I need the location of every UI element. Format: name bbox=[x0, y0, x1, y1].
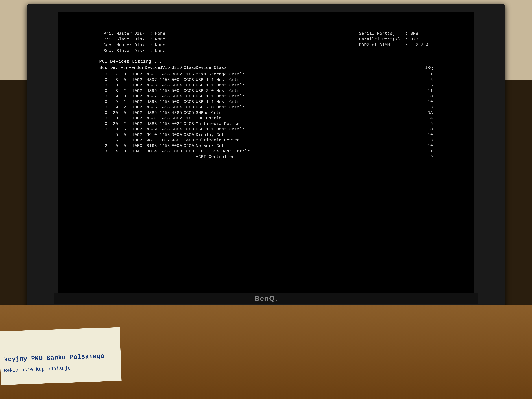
cell-ssid: A022 bbox=[172, 121, 184, 126]
cell-class: 0106 bbox=[184, 72, 196, 77]
cell-device-class: Multimedia Device bbox=[196, 121, 425, 126]
cell-ssid: D000 bbox=[172, 132, 184, 137]
cell-fun: 0 bbox=[121, 94, 129, 99]
cell-svid: 1458 bbox=[159, 132, 172, 137]
header-vendor: Vendor bbox=[129, 65, 145, 70]
cell-bus: 0 bbox=[99, 94, 110, 99]
cell-ssid: 5004 bbox=[172, 105, 184, 110]
header-dev: Dev bbox=[110, 65, 121, 70]
header-irq: IRQ bbox=[425, 65, 433, 70]
cell-device-class: USB 1.1 Host Cntrlr bbox=[196, 94, 425, 99]
cell-fun: 0 bbox=[121, 110, 129, 115]
pci-devices-title: PCI Devices Listing ... bbox=[99, 59, 433, 64]
cell-vendor: 1002 bbox=[129, 116, 145, 121]
cell-bus: 3 bbox=[99, 149, 110, 154]
header-fun: Fun bbox=[121, 65, 129, 70]
header-class: Class bbox=[184, 65, 196, 70]
cell-irq: 5 bbox=[425, 83, 433, 88]
cell-dev: 20 bbox=[110, 110, 121, 115]
cell-class: 0C03 bbox=[184, 88, 196, 93]
screen-bezel: Pri. Master Disk : None Pri. Slave Disk … bbox=[58, 12, 474, 294]
cell-svid: 1458 bbox=[159, 127, 172, 132]
cell-ssid: 5002 bbox=[172, 116, 184, 121]
cell-vendor: 1002 bbox=[129, 127, 145, 132]
cell-class bbox=[184, 154, 196, 159]
cell-device: 4399 bbox=[145, 127, 159, 132]
cell-bus: 0 bbox=[99, 121, 110, 126]
cell-class: 0101 bbox=[184, 116, 196, 121]
cell-device-class: USB 1.1 Host Cntrlr bbox=[196, 77, 425, 82]
cell-irq: 10 bbox=[425, 99, 433, 104]
cell-device: 4397 bbox=[145, 77, 159, 82]
cell-fun: 0 bbox=[121, 132, 129, 137]
system-info-box: Pri. Master Disk : None Pri. Slave Disk … bbox=[99, 28, 433, 56]
header-device: Device bbox=[145, 65, 159, 70]
cell-svid: 1458 bbox=[159, 77, 172, 82]
cell-device-class: USB 2.0 Host Cntrlr bbox=[196, 105, 425, 110]
cell-bus bbox=[99, 154, 110, 159]
cell-vendor: 1002 bbox=[129, 99, 145, 104]
cell-device-class: Display Cntrlr bbox=[196, 132, 425, 137]
cell-svid: 1458 bbox=[159, 143, 172, 148]
cell-svid: 1458 bbox=[159, 121, 172, 126]
cell-ssid: 960F bbox=[172, 138, 184, 143]
cell-bus: 0 bbox=[99, 88, 110, 93]
cell-irq: 3 bbox=[425, 105, 433, 110]
cell-vendor: 1002 bbox=[129, 94, 145, 99]
cell-svid: 1458 bbox=[159, 110, 172, 115]
cell-bus: 0 bbox=[99, 116, 110, 121]
cell-device: 9610 bbox=[145, 132, 159, 137]
cell-irq: 14 bbox=[425, 116, 433, 121]
cell-fun: 1 bbox=[121, 83, 129, 88]
cell-vendor: 1002 bbox=[129, 121, 145, 126]
cell-ssid: 1000 bbox=[172, 149, 184, 154]
parallel-ports: Parallel Port(s) : 378 bbox=[359, 37, 429, 42]
table-row: 0 19 0 1002 4397 1458 5004 0C03 USB 1.1 … bbox=[99, 94, 433, 99]
cell-fun: 0 bbox=[121, 149, 129, 154]
cell-dev: 19 bbox=[110, 105, 121, 110]
cell-device: 4396 bbox=[145, 105, 159, 110]
cell-vendor: 1002 bbox=[129, 132, 145, 137]
cell-vendor: 1002 bbox=[129, 77, 145, 82]
cell-irq: 5 bbox=[425, 77, 433, 82]
cell-class: 0C03 bbox=[184, 94, 196, 99]
benq-logo: BenQ. bbox=[254, 294, 278, 303]
cell-device: 4398 bbox=[145, 99, 159, 104]
cell-ssid: 5004 bbox=[172, 127, 184, 132]
cell-device: 8024 bbox=[145, 149, 159, 154]
ddr2-dimm: DDR2 at DIMM : 1 2 3 4 bbox=[359, 43, 429, 48]
table-row: 1 5 0 1002 9610 1458 D000 0300 Display C… bbox=[99, 132, 433, 138]
serial-ports: Serial Port(s) : 3F8 bbox=[359, 31, 429, 36]
cell-svid: 1458 bbox=[159, 83, 172, 88]
cell-dev: 19 bbox=[110, 99, 121, 104]
cell-fun: 1 bbox=[121, 99, 129, 104]
table-row: 2 0 0 10EC 8168 1458 E000 0200 Network C… bbox=[99, 143, 433, 149]
cell-class: 0C03 bbox=[184, 99, 196, 104]
monitor-casing: Pri. Master Disk : None Pri. Slave Disk … bbox=[27, 4, 505, 352]
cell-vendor: 1002 bbox=[129, 72, 145, 77]
table-row: 0 20 5 1002 4399 1458 5004 0C03 USB 1.1 … bbox=[99, 127, 433, 132]
cell-irq: NA bbox=[425, 110, 433, 115]
cell-bus: 0 bbox=[99, 110, 110, 115]
cell-fun: 2 bbox=[121, 121, 129, 126]
cell-ssid: B002 bbox=[172, 72, 184, 77]
cell-vendor: 1002 bbox=[129, 88, 145, 93]
cell-dev: 0 bbox=[110, 143, 121, 148]
sec-slave-disk: Sec. Slave Disk : None bbox=[103, 48, 165, 53]
cell-class: 0C03 bbox=[184, 83, 196, 88]
cell-class: 0403 bbox=[184, 138, 196, 143]
cell-ssid: 4385 bbox=[172, 110, 184, 115]
cell-ssid: 5004 bbox=[172, 88, 184, 93]
cell-class: 0300 bbox=[184, 132, 196, 137]
cell-irq: 5 bbox=[425, 121, 433, 126]
cell-ssid: 5004 bbox=[172, 94, 184, 99]
table-row: 0 20 1 1002 439C 1458 5002 0101 IDE Cntr… bbox=[99, 116, 433, 121]
cell-svid: 1458 bbox=[159, 72, 172, 77]
header-bus: Bus bbox=[99, 65, 110, 70]
table-row: ACPI Controller 9 bbox=[99, 154, 433, 159]
cell-irq: 10 bbox=[425, 127, 433, 132]
cell-bus: 0 bbox=[99, 99, 110, 104]
table-row: 3 14 0 104C 8024 1458 1000 0C00 IEEE 139… bbox=[99, 149, 433, 154]
cell-device: 4383 bbox=[145, 121, 159, 126]
cell-device-class: USB 1.1 Host Cntrlr bbox=[196, 99, 425, 104]
